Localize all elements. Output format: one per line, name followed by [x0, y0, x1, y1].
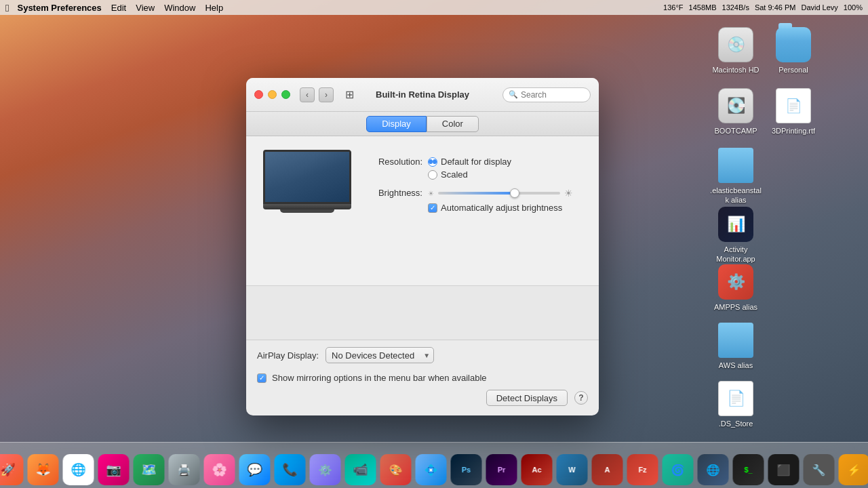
laptop-screen-inner [265, 152, 349, 202]
help-button[interactable]: ? [574, 391, 588, 405]
doc-icon: 📄 [776, 88, 811, 123]
radio-scaled[interactable] [428, 170, 437, 180]
drive-icon: 💿 [718, 27, 753, 62]
content-area: Resolution: Default for display Scaled [246, 136, 599, 285]
dock-item-filezilla[interactable]: Fz [627, 454, 658, 485]
desktop-icon-3dprinting[interactable]: 📄 3DPrinting.rtf [766, 88, 821, 136]
tab-display[interactable]: Display [366, 116, 427, 132]
dock-item-app5[interactable]: A [592, 454, 623, 485]
auto-brightness-item[interactable]: ✓ Automatically adjust brightness [428, 203, 573, 213]
dock-item-maps[interactable]: 🗺️ [134, 454, 165, 485]
airplay-dropdown[interactable]: No Devices Detected [326, 347, 434, 363]
resolution-default-label: Default for display [441, 157, 511, 167]
brightness-controls: ☀ ☀ ✓ Automatically adjust brightness [428, 188, 573, 213]
username-display: David Levy [801, 3, 837, 12]
resolution-option-scaled[interactable]: Scaled [428, 169, 511, 180]
window-menu[interactable]: Window [164, 3, 195, 13]
dock-item-skype[interactable]: 📞 [275, 454, 306, 485]
auto-brightness-label: Automatically adjust brightness [441, 203, 562, 213]
airplay-dropdown-wrapper: No Devices Detected ▼ [326, 347, 434, 363]
dock-item-word[interactable]: W [557, 454, 588, 485]
content-empty-area [246, 285, 599, 340]
minimize-button[interactable] [268, 90, 277, 99]
icon-label: .DS_Store [719, 419, 753, 428]
window-title: Built-in Retina Display [376, 89, 469, 100]
dock-item-flickr[interactable]: 📷 [98, 454, 130, 485]
grid-button[interactable]: ⊞ [342, 87, 357, 102]
icon-label: Activity Monitor.app [709, 245, 763, 264]
brightness-slider-container: ☀ ☀ [428, 188, 573, 199]
desktop-icon-macintosh-hd[interactable]: 💿 Macintosh HD [709, 27, 763, 75]
desktop-icon-bootcamp[interactable]: 💽 BOOTCAMP [709, 88, 763, 136]
view-menu[interactable]: View [136, 3, 155, 13]
icon-label: Macintosh HD [712, 65, 759, 75]
dock-item-app6[interactable]: 🌀 [663, 454, 694, 485]
folder-icon [776, 27, 811, 62]
icon-label: 3DPrinting.rtf [772, 126, 815, 136]
dock-item-premiere[interactable]: Pr [486, 454, 517, 485]
dock-item-launchpad[interactable]: 🚀 [0, 454, 24, 485]
icon-label: AMPPS alias [714, 302, 757, 312]
dock-item-acrobat[interactable]: Ac [521, 454, 553, 485]
slider-thumb[interactable] [510, 188, 519, 198]
forward-button[interactable]: › [319, 87, 334, 102]
dock-item-app9[interactable]: 🔧 [804, 454, 835, 485]
tab-color[interactable]: Color [427, 116, 479, 132]
icon-label: .elasticbeanstalk alias [709, 186, 763, 205]
menubar-right: 136°F 1458MB 1324B/s Sat 9:46 PM David L… [663, 3, 863, 12]
ampps-icon: ⚙️ [718, 264, 753, 300]
desktop-icon-personal[interactable]: Personal [766, 27, 821, 75]
dock-item-photoshop[interactable]: Ps [451, 454, 482, 485]
dock-item-app8[interactable]: ⬛ [768, 454, 800, 485]
resolution-label: Resolution: [368, 157, 422, 167]
laptop-stand [280, 209, 334, 213]
edit-menu[interactable]: Edit [111, 3, 126, 13]
desktop-icon-aws[interactable]: AWS alias [709, 323, 763, 370]
apple-menu[interactable]:  [5, 2, 9, 14]
dock-item-app7[interactable]: 🌐 [698, 454, 729, 485]
desktop:  System Preferences Edit View Window He… [0, 0, 868, 488]
brightness-high-icon: ☀ [564, 188, 573, 199]
desktop-icon-ds-store[interactable]: 📄 .DS_Store [709, 381, 763, 428]
brightness-slider[interactable] [438, 192, 560, 195]
dock-item-firefox[interactable]: 🦊 [28, 454, 59, 485]
dock-item-facetime[interactable]: 📹 [345, 454, 376, 485]
search-input[interactable] [521, 90, 585, 100]
app-menu[interactable]: System Preferences [17, 3, 101, 13]
maximize-button[interactable] [281, 90, 290, 99]
desktop-icon-elasticbeanstalk[interactable]: .elasticbeanstalk alias [709, 148, 763, 205]
dock-item-terminal[interactable]: $_ [733, 454, 764, 485]
dock-item-printer[interactable]: 🖨️ [169, 454, 200, 485]
battery-display: 100% [844, 3, 863, 12]
dock-item-app1[interactable]: ⚙️ [310, 454, 341, 485]
dock-item-messages[interactable]: 💬 [239, 454, 271, 485]
display-content: Resolution: Default for display Scaled [260, 150, 585, 213]
detect-displays-button[interactable]: Detect Displays [486, 390, 568, 406]
desktop-icon-activity-monitor[interactable]: 📊 Activity Monitor.app [709, 207, 763, 264]
search-box[interactable]: 🔍 [502, 87, 591, 102]
help-menu[interactable]: Help [205, 3, 223, 13]
traffic-lights [254, 90, 290, 99]
search-icon: 🔍 [509, 90, 518, 99]
resolution-scaled-label: Scaled [441, 169, 468, 180]
network-display: 1324B/s [722, 3, 749, 12]
dock-item-app3[interactable]: 💠 [416, 454, 447, 485]
dock-item-app10[interactable]: ⚡ [839, 454, 869, 485]
desktop-icon-ampps[interactable]: ⚙️ AMPPS alias [709, 264, 763, 312]
dock-item-flow[interactable]: 🌸 [204, 454, 235, 485]
close-button[interactable] [254, 90, 263, 99]
radio-default[interactable] [428, 157, 437, 167]
dock-item-app2[interactable]: 🎨 [380, 454, 412, 485]
dock: 🔍 🚀 🦊 🌐 📷 🗺️ 🖨️ 🌸 💬 📞 ⚙️ 📹 🎨 💠 Ps Pr Ac … [0, 442, 868, 488]
auto-brightness-checkbox[interactable]: ✓ [428, 203, 437, 213]
resolution-option-default[interactable]: Default for display [428, 157, 511, 167]
laptop-preview [263, 150, 351, 213]
laptop-screen [263, 150, 351, 204]
display-settings: Resolution: Default for display Scaled [368, 150, 585, 213]
back-button[interactable]: ‹ [300, 87, 315, 102]
mirroring-row: ✓ Show mirroring options in the menu bar… [246, 370, 599, 390]
alias-icon [718, 148, 753, 183]
mirroring-checkbox[interactable]: ✓ [257, 373, 267, 383]
mirroring-label: Show mirroring options in the menu bar w… [272, 373, 487, 383]
dock-item-chrome[interactable]: 🌐 [63, 454, 94, 485]
